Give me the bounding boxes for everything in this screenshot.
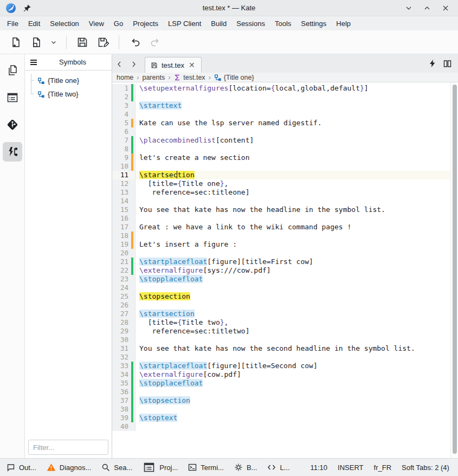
- code-line-23[interactable]: 23\stopplacefloat: [112, 275, 450, 284]
- sidebar-tool-project-list[interactable]: [3, 88, 22, 107]
- chevron-down-button[interactable]: [48, 33, 60, 52]
- code-line-7[interactable]: 7\placecombinedlist[content]: [112, 136, 450, 145]
- code-line-39[interactable]: 39\stoptext: [112, 414, 450, 422]
- code-line-35[interactable]: 35\stopplacefloat: [112, 379, 450, 388]
- code-line-17[interactable]: 17Great : we have a link to the wiki com…: [112, 223, 450, 231]
- sidebar-tool-git[interactable]: [3, 115, 22, 134]
- code-line-16[interactable]: 16: [112, 214, 450, 223]
- tab-test-tex[interactable]: test.tex ✕: [145, 57, 202, 73]
- code-line-21[interactable]: 21\startplacefloat[figure][title=First c…: [112, 258, 450, 266]
- code-line-4[interactable]: 4: [112, 110, 450, 119]
- sidebar-tool-documents[interactable]: [3, 61, 22, 80]
- code-line-37[interactable]: 37\stopsection: [112, 396, 450, 405]
- code-line-1[interactable]: 1\setupexternalfigures[location={local,g…: [112, 84, 450, 93]
- line-number: 36: [112, 388, 128, 396]
- menu-item-help[interactable]: Help: [331, 18, 356, 29]
- save-button[interactable]: [73, 33, 92, 52]
- code-line-40[interactable]: 40: [112, 422, 450, 431]
- menu-item-settings[interactable]: Settings: [296, 18, 331, 29]
- breadcrumb-item-home[interactable]: home: [117, 74, 133, 81]
- code-line-15[interactable]: 15You see that kate has now the headline…: [112, 205, 450, 214]
- code-line-26[interactable]: 26: [112, 301, 450, 310]
- menu-item-sessions[interactable]: Sessions: [231, 18, 270, 29]
- forward-icon[interactable]: [126, 56, 140, 72]
- undo-button[interactable]: [126, 33, 144, 52]
- hamburger-menu-icon[interactable]: [29, 58, 38, 67]
- save-as-button[interactable]: [94, 33, 112, 52]
- code-text: [135, 93, 450, 101]
- breadcrumb-item-parents[interactable]: parents: [142, 74, 165, 81]
- symbols-item-title-one[interactable]: {Title one}: [25, 74, 112, 87]
- line-gutter: 14: [112, 197, 135, 205]
- code-line-9[interactable]: 9let's create a new section: [112, 153, 450, 162]
- code-line-32[interactable]: 32: [112, 353, 450, 362]
- code-line-30[interactable]: 30: [112, 336, 450, 344]
- code-line-29[interactable]: 29 reference=sec:titletwo]: [112, 327, 450, 336]
- minimize-button[interactable]: [402, 2, 416, 15]
- menu-item-view[interactable]: View: [84, 18, 109, 29]
- code-line-38[interactable]: 38: [112, 405, 450, 414]
- code-line-3[interactable]: 3\starttext: [112, 101, 450, 110]
- code-line-10[interactable]: 10: [112, 162, 450, 171]
- code-line-34[interactable]: 34\externalfigure[cow.pdf]: [112, 370, 450, 379]
- code-line-25[interactable]: 25\stopsection: [112, 292, 450, 301]
- maximize-button[interactable]: [420, 2, 434, 15]
- code-line-19[interactable]: 19Let's insert a figure :: [112, 240, 450, 249]
- scrollbar-thumb[interactable]: [453, 85, 457, 454]
- statusbar-l[interactable]: L...: [267, 463, 289, 472]
- statusbar-fr-fr[interactable]: fr_FR: [374, 464, 392, 472]
- statusbar-soft-tabs-2-4[interactable]: Soft Tabs: 2 (4): [402, 464, 449, 472]
- close-button[interactable]: [438, 2, 453, 15]
- sidebar-tool-symbols-outline[interactable]: [3, 142, 22, 162]
- code-line-6[interactable]: 6: [112, 127, 450, 136]
- code-line-14[interactable]: 14: [112, 197, 450, 205]
- code-line-8[interactable]: 8: [112, 145, 450, 153]
- code-line-28[interactable]: 28 [title={Title two},: [112, 318, 450, 327]
- back-icon[interactable]: [112, 56, 126, 72]
- code-line-5[interactable]: 5Kate can use the lsp server named diges…: [112, 119, 450, 127]
- menu-item-build[interactable]: Build: [206, 18, 231, 29]
- breadcrumb-item-title-one[interactable]: {Title one}: [214, 74, 254, 81]
- code-line-27[interactable]: 27\startsection: [112, 310, 450, 318]
- code-line-12[interactable]: 12 [title={Title one},: [112, 179, 450, 188]
- symbols-item-title-two[interactable]: {Title two}: [25, 87, 112, 101]
- code-line-2[interactable]: 2: [112, 93, 450, 101]
- editor[interactable]: 1\setupexternalfigures[location={local,g…: [112, 82, 458, 458]
- editor-scrollbar[interactable]: [450, 82, 458, 458]
- code-line-22[interactable]: 22\externalfigure[sys:///cow.pdf]: [112, 266, 450, 275]
- code-line-11[interactable]: 11\startsection: [112, 171, 450, 179]
- menu-item-lsp-client[interactable]: LSP Client: [163, 18, 206, 29]
- statusbar-diagnos[interactable]: Diagnos...: [47, 463, 92, 472]
- code-line-18[interactable]: 18: [112, 231, 450, 240]
- code-line-36[interactable]: 36: [112, 388, 450, 396]
- open-document-icon: [30, 36, 42, 48]
- menu-item-file[interactable]: File: [2, 18, 23, 29]
- statusbar-proj[interactable]: Proj...: [143, 461, 178, 474]
- code-line-13[interactable]: 13 reference=sec:titleone]: [112, 188, 450, 197]
- code-line-31[interactable]: 31You see that kate has now the second h…: [112, 344, 450, 353]
- statusbar-out[interactable]: Out...: [7, 463, 36, 472]
- symbols-filter-input[interactable]: [28, 440, 108, 455]
- menu-item-projects[interactable]: Projects: [128, 18, 163, 29]
- code-line-33[interactable]: 33\startplacefloat[figure][title=Second …: [112, 362, 450, 370]
- statusbar-insert[interactable]: INSERT: [338, 464, 363, 472]
- menu-item-tools[interactable]: Tools: [270, 18, 296, 29]
- menu-item-go[interactable]: Go: [109, 18, 128, 29]
- quick-open-icon[interactable]: [429, 60, 436, 67]
- statusbar-b[interactable]: B...: [234, 463, 257, 472]
- code-line-24[interactable]: 24: [112, 284, 450, 292]
- statusbar-termi[interactable]: Termi...: [188, 463, 224, 472]
- breadcrumb-item-test-tex[interactable]: test.tex: [173, 74, 205, 81]
- new-document-button[interactable]: [7, 33, 25, 52]
- statusbar-11-10[interactable]: 11:10: [311, 464, 328, 472]
- code-line-20[interactable]: 20: [112, 249, 450, 258]
- code-text: \startplacefloat[figure][title=Second co…: [135, 362, 450, 370]
- split-view-icon[interactable]: [443, 60, 451, 68]
- statusbar-sea[interactable]: Sea...: [101, 463, 132, 472]
- tab-close-icon[interactable]: ✕: [188, 61, 196, 69]
- open-document-button[interactable]: [27, 33, 46, 52]
- line-gutter: 6: [112, 127, 135, 136]
- menu-item-edit[interactable]: Edit: [23, 18, 45, 29]
- menu-item-selection[interactable]: Selection: [45, 18, 83, 29]
- code-text: \startsection: [135, 171, 450, 179]
